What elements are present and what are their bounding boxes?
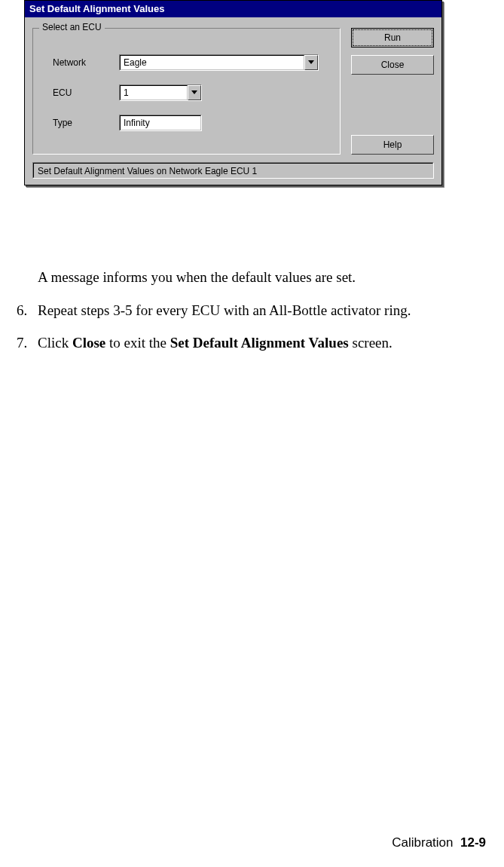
network-label: Network	[44, 57, 119, 68]
network-combo[interactable]: Eagle	[119, 54, 319, 71]
step-6-text: Repeat steps 3-5 for every ECU with an A…	[38, 301, 476, 320]
chevron-down-icon[interactable]	[188, 85, 201, 100]
step-7-mid: to exit the	[105, 335, 170, 351]
dialog-body: Select an ECU Network Eagle ECU 1	[25, 17, 441, 185]
groupbox-legend: Select an ECU	[39, 22, 105, 32]
page-footer: Calibration 12-9	[392, 835, 486, 850]
network-value: Eagle	[120, 55, 304, 70]
dialog-titlebar: Set Default Alignment Values	[25, 1, 441, 17]
footer-section: Calibration	[392, 835, 453, 850]
message-paragraph: A message informs you when the default v…	[38, 268, 476, 287]
network-row: Network Eagle	[44, 54, 329, 71]
status-text: Set Default Alignment Values on Network …	[33, 163, 433, 178]
step-7-screen-bold: Set Default Alignment Values	[170, 335, 349, 351]
help-button[interactable]: Help	[351, 135, 434, 155]
step-7-text: Click Close to exit the Set Default Alig…	[38, 333, 476, 353]
type-label: Type	[44, 118, 119, 128]
type-row: Type Infinity	[44, 115, 329, 131]
step-7-number: 7.	[17, 333, 38, 353]
run-button-label: Run	[353, 29, 432, 46]
step-6: 6. Repeat steps 3-5 for every ECU with a…	[17, 301, 476, 320]
dialog-window: Set Default Alignment Values Select an E…	[24, 0, 442, 185]
ecu-row: ECU 1	[44, 84, 329, 101]
close-button[interactable]: Close	[351, 55, 434, 75]
step-7: 7. Click Close to exit the Set Default A…	[17, 333, 476, 353]
ecu-combo[interactable]: 1	[119, 84, 202, 101]
svg-marker-1	[191, 90, 197, 94]
step-7-pre: Click	[38, 335, 72, 351]
step-6-number: 6.	[17, 301, 38, 320]
chevron-down-icon[interactable]	[304, 55, 318, 70]
type-field[interactable]: Infinity	[119, 115, 202, 131]
run-button[interactable]: Run	[351, 28, 434, 47]
type-value: Infinity	[120, 115, 201, 130]
svg-marker-0	[308, 60, 314, 64]
status-bar: Set Default Alignment Values on Network …	[32, 162, 434, 179]
ecu-value: 1	[120, 85, 188, 100]
step-7-close-bold: Close	[72, 335, 105, 351]
step-7-post: screen.	[349, 335, 393, 351]
button-column: Run Close Help	[351, 25, 434, 155]
select-ecu-groupbox: Select an ECU Network Eagle ECU 1	[32, 28, 341, 155]
document-text: A message informs you when the default v…	[17, 268, 476, 366]
ecu-label: ECU	[44, 87, 119, 98]
footer-page-number: 12-9	[460, 835, 486, 850]
